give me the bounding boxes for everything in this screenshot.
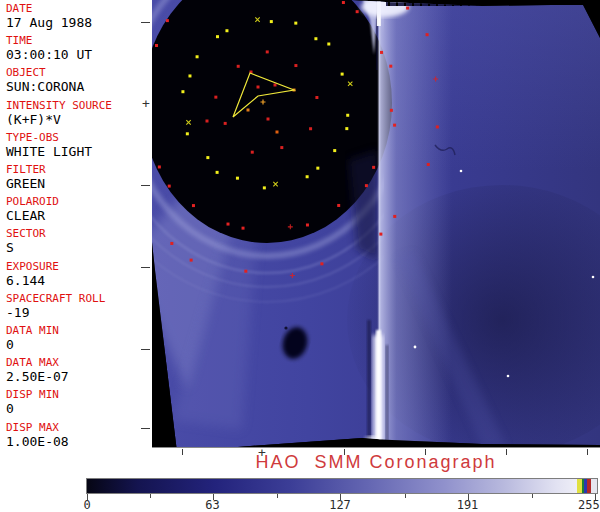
outer-red-ring-dot xyxy=(393,215,396,218)
outer-red-ring-dot xyxy=(379,233,382,236)
extra-fiducial-dot xyxy=(206,120,209,123)
yellow-ring-dot xyxy=(181,90,184,93)
metadata-value: CLEAR xyxy=(6,209,152,222)
outer-red-ring-dot xyxy=(427,163,430,166)
colorbar-gradient xyxy=(86,478,598,494)
metadata-label: TYPE-OBS xyxy=(6,132,152,143)
metadata-field-data-min: DATA MIN0 xyxy=(6,325,152,351)
inner-red-ring-dot xyxy=(315,96,318,99)
middle-red-ring-dot xyxy=(365,184,368,187)
inner-red-ring-dot xyxy=(237,65,240,68)
middle-red-ring-dot xyxy=(372,166,375,169)
metadata-field-date: DATE17 Aug 1988 xyxy=(6,3,152,29)
middle-red-ring-dot xyxy=(168,185,171,188)
extra-fiducial-dot xyxy=(276,131,279,134)
metadata-field-data-max: DATA MAX2.50E-07 xyxy=(6,357,152,383)
metadata-label: SECTOR xyxy=(6,228,152,239)
middle-red-ring-dot xyxy=(390,109,393,112)
metadata-label: OBJECT xyxy=(6,67,152,78)
middle-red-ring-dot xyxy=(380,51,383,54)
left-frame-plus-tick: + xyxy=(142,97,150,110)
metadata-field-spacecraft-roll: SPACECRAFT ROLL-19 xyxy=(6,293,152,319)
yellow-ring-dot xyxy=(333,149,336,152)
left-frame-tick xyxy=(141,267,150,268)
left-frame-tick xyxy=(141,349,150,350)
metadata-label: TIME xyxy=(6,35,152,46)
outer-red-ring-dot xyxy=(436,125,439,128)
metadata-field-disp-max: DISP MAX1.00E-08 xyxy=(6,422,152,448)
middle-red-ring-dot xyxy=(337,204,340,207)
yellow-ring-dot xyxy=(206,156,209,159)
yellow-ring-dot xyxy=(216,35,219,38)
yellow-ring-dot xyxy=(316,167,319,170)
metadata-label: DATA MIN xyxy=(6,325,152,336)
yellow-ring-dot xyxy=(186,132,189,135)
inner-red-ring-dot xyxy=(266,50,269,53)
streak-bright-bottom-core xyxy=(376,330,381,442)
metadata-label: DATE xyxy=(6,3,152,14)
colorbar-minor-tick xyxy=(150,494,151,498)
star-speck xyxy=(592,276,595,279)
colorbar-tick-label: 191 xyxy=(457,499,479,512)
outer-red-ring-dot xyxy=(244,270,247,273)
coronagraph-image xyxy=(152,0,600,447)
metadata-value: (K+F)*V xyxy=(6,113,152,126)
colorbar-tick-label: 127 xyxy=(329,499,351,512)
outer-red-ring-dot xyxy=(426,33,429,36)
middle-red-ring-dot xyxy=(158,165,161,168)
metadata-panel: DATE17 Aug 1988TIME03:00:10 UTOBJECTSUN:… xyxy=(0,0,152,447)
metadata-field-polaroid: POLAROIDCLEAR xyxy=(6,196,152,222)
middle-red-ring-dot xyxy=(166,19,169,22)
metadata-value: SUN:CORONA xyxy=(6,80,152,93)
yellow-ring-dot xyxy=(216,171,219,174)
metadata-value: 0 xyxy=(6,402,152,415)
metadata-value: 2.50E-07 xyxy=(6,370,152,383)
colorbar-scale: 063127191255 xyxy=(86,478,598,512)
colorbar-minor-tick xyxy=(405,494,406,498)
left-frame-tick xyxy=(141,428,150,429)
inner-red-ring-dot xyxy=(294,64,297,67)
outer-red-ring-dot xyxy=(190,259,193,262)
yellow-ring-dot xyxy=(306,175,309,178)
metadata-field-exposure: EXPOSURE6.144 xyxy=(6,261,152,287)
metadata-field-type-obs: TYPE-OBSWHITE LIGHT xyxy=(6,132,152,158)
colorbar-tick-label: 63 xyxy=(205,499,219,512)
metadata-label: INTENSITY SOURCE xyxy=(6,100,152,111)
yellow-ring-dot xyxy=(314,37,317,40)
metadata-field-time: TIME03:00:10 UT xyxy=(6,35,152,61)
left-frame-tick xyxy=(141,22,150,23)
colorbar-stripe-gray xyxy=(591,479,597,493)
yellow-ring-dot xyxy=(196,55,199,58)
yellow-ring-dot xyxy=(263,186,266,189)
yellow-ring-dot xyxy=(345,127,348,130)
middle-red-ring-dot xyxy=(356,10,359,13)
colorbar-tick-label: 0 xyxy=(83,499,90,512)
middle-red-ring-dot xyxy=(242,227,245,230)
metadata-label: DISP MIN xyxy=(6,389,152,400)
coronagraph-image-display[interactable] xyxy=(152,0,600,448)
star-speck xyxy=(460,170,463,173)
middle-red-ring-dot xyxy=(192,204,195,207)
colorbar-minor-tick xyxy=(532,494,533,498)
metadata-label: POLAROID xyxy=(6,196,152,207)
extra-fiducial-dot xyxy=(274,84,277,87)
extra-fiducial-dot xyxy=(267,118,270,121)
extra-fiducial-dot xyxy=(247,109,250,112)
metadata-field-sector: SECTORS xyxy=(6,228,152,254)
photo-frame xyxy=(152,0,600,447)
extra-fiducial-dot xyxy=(257,86,260,89)
streak-dark-edge xyxy=(386,345,389,442)
yellow-ring-dot xyxy=(270,20,273,23)
streak-dark-edge xyxy=(367,320,371,442)
star-speck xyxy=(414,346,417,349)
metadata-label: DATA MAX xyxy=(6,357,152,368)
yellow-ring-dot xyxy=(294,22,297,25)
metadata-value: -19 xyxy=(6,306,152,319)
yellow-ring-dot xyxy=(225,29,228,32)
metadata-label: FILTER xyxy=(6,164,152,175)
left-frame-tick xyxy=(141,185,150,186)
metadata-label: SPACECRAFT ROLL xyxy=(6,293,152,304)
middle-red-ring-dot xyxy=(342,1,345,4)
outer-red-ring-dot xyxy=(406,7,409,10)
yellow-ring-dot xyxy=(346,114,349,117)
